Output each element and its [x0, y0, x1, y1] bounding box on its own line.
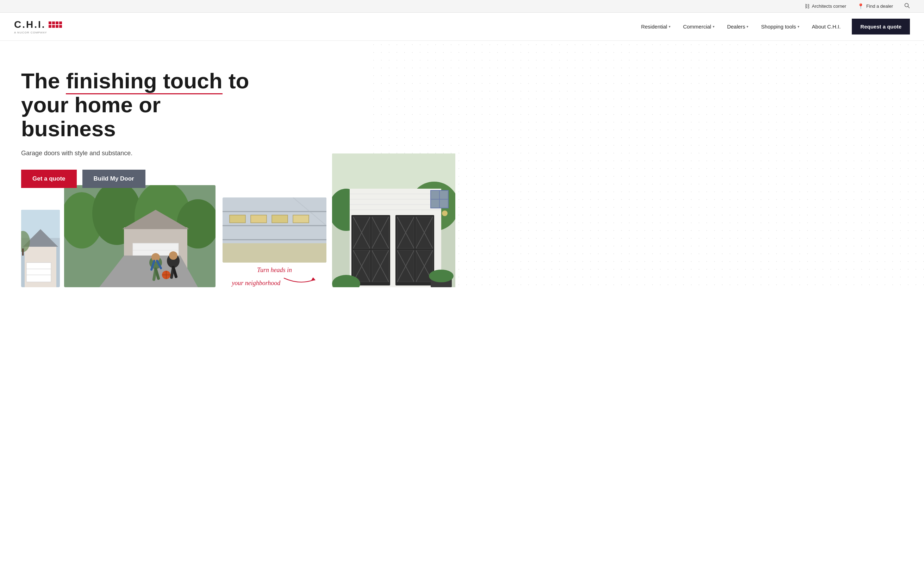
hero-image-door-right: [332, 153, 455, 287]
svg-point-31: [169, 251, 178, 260]
residential-chevron-icon: ▾: [669, 25, 670, 28]
svg-marker-45: [311, 277, 315, 281]
hero-subtitle: Garage doors with style and substance.: [21, 150, 261, 157]
svg-point-85: [442, 211, 447, 216]
house-small-fill: [21, 210, 60, 287]
residential-button[interactable]: Residential ▾: [635, 21, 676, 32]
hero-content: The finishing touch to your home or busi…: [0, 41, 282, 216]
top-bar: ⛓ Architects corner 📍 Find a dealer: [0, 0, 924, 13]
svg-point-88: [429, 270, 454, 282]
nav-about: About C.H.I.: [806, 21, 846, 32]
svg-rect-40: [251, 215, 267, 223]
headline-part2: to: [223, 69, 249, 93]
main-navigation: C.H.I. A NUCOR COMPANY Residential ▾ Com…: [0, 13, 924, 41]
svg-point-25: [152, 253, 160, 262]
headline-line2: your home or business: [21, 92, 160, 141]
commercial-chevron-icon: ▾: [713, 25, 714, 28]
svg-rect-42: [293, 215, 309, 223]
logo-area[interactable]: C.H.I. A NUCOR COMPANY: [14, 19, 62, 34]
svg-rect-39: [229, 215, 246, 223]
find-dealer-link[interactable]: 📍 Find a dealer: [858, 3, 893, 10]
annotation-line2: your neighborhood: [232, 280, 280, 287]
annotation-line1: Turn heads in: [257, 267, 292, 274]
architects-corner-link[interactable]: ⛓ Architects corner: [805, 3, 846, 9]
find-dealer-label: Find a dealer: [866, 3, 893, 9]
shopping-tools-label: Shopping tools: [761, 23, 796, 30]
headline-underlined: finishing touch: [66, 69, 222, 93]
svg-rect-43: [223, 243, 327, 263]
request-quote-button[interactable]: Request a quote: [852, 19, 910, 35]
svg-rect-41: [272, 215, 288, 223]
logo-text: C.H.I.: [14, 19, 62, 30]
hero-image-house-small: [21, 210, 60, 287]
nav-residential: Residential ▾: [635, 21, 676, 32]
nav-links: Residential ▾ Commercial ▾ Dealers ▾ Sho…: [635, 21, 846, 32]
nav-commercial: Commercial ▾: [678, 21, 720, 32]
architects-corner-label: Architects corner: [812, 3, 846, 9]
annotation-arrow-icon: [282, 275, 317, 285]
svg-rect-10: [22, 249, 23, 255]
dealers-chevron-icon: ▾: [746, 25, 748, 28]
nav-dealers: Dealers ▾: [721, 21, 754, 32]
nav-shopping-tools: Shopping tools ▾: [755, 21, 805, 32]
headline-part1: The: [21, 69, 66, 93]
hero-annotation: Turn heads in your neighborhood: [232, 266, 317, 287]
residential-label: Residential: [641, 23, 667, 30]
logo: C.H.I. A NUCOR COMPANY: [14, 19, 62, 34]
shopping-tools-chevron-icon: ▾: [798, 25, 799, 28]
build-door-label: Build My Door: [94, 175, 134, 182]
hero-section: The finishing touch to your home or busi…: [0, 41, 924, 287]
commercial-label: Commercial: [683, 23, 711, 30]
svg-rect-6: [26, 263, 51, 282]
hero-headline: The finishing touch to your home or busi…: [21, 69, 261, 141]
get-quote-button[interactable]: Get a quote: [21, 170, 77, 188]
build-door-button[interactable]: Build My Door: [82, 170, 145, 188]
shopping-tools-button[interactable]: Shopping tools ▾: [755, 21, 805, 32]
dealers-label: Dealers: [727, 23, 746, 30]
hero-buttons: Get a quote Build My Door: [21, 170, 261, 188]
search-icon: [904, 3, 910, 10]
svg-line-1: [908, 7, 909, 8]
request-quote-label: Request a quote: [860, 23, 901, 30]
dealers-button[interactable]: Dealers ▾: [721, 21, 754, 32]
about-button[interactable]: About C.H.I.: [806, 21, 846, 32]
logo-dot-grid: [49, 21, 62, 28]
search-link[interactable]: [904, 3, 910, 10]
logo-subtitle: A NUCOR COMPANY: [14, 31, 47, 34]
architects-icon: ⛓: [805, 3, 810, 9]
about-label: About C.H.I.: [812, 23, 841, 30]
location-icon: 📍: [858, 3, 864, 10]
commercial-button[interactable]: Commercial ▾: [678, 21, 720, 32]
get-quote-label: Get a quote: [32, 175, 66, 182]
